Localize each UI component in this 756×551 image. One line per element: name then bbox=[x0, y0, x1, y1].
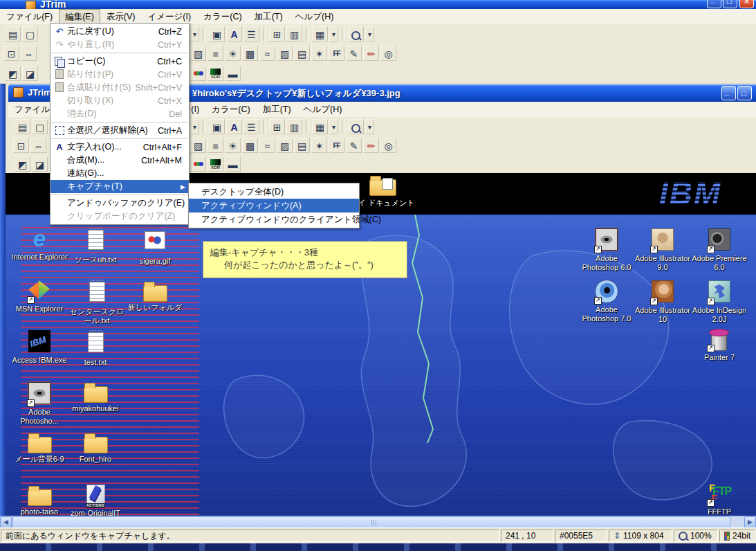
gradient-dark-icon[interactable]: ◪ bbox=[22, 66, 38, 81]
crop-icon[interactable]: ⊡ bbox=[13, 138, 29, 153]
menu-item-text-insert[interactable]: A 文字入れ(O)...Ctrl+Alt+F bbox=[50, 141, 189, 154]
menu-help[interactable]: ヘルプ(H) bbox=[289, 9, 340, 25]
filmstrip-icon[interactable]: ▥ bbox=[286, 119, 302, 134]
crop-icon[interactable]: ⊡ bbox=[3, 46, 19, 61]
menu-item-composite[interactable]: 合成(M)...Ctrl+Alt+M bbox=[50, 154, 189, 167]
desktop-icon-source-uh-txt[interactable]: ソースuh.txt bbox=[66, 227, 125, 264]
window2-maximize-button[interactable] bbox=[737, 86, 752, 100]
sunburst-icon[interactable]: ☀ bbox=[225, 46, 241, 61]
image-effect-icon[interactable]: ▧ bbox=[190, 46, 206, 61]
text-tool-icon[interactable]: A bbox=[226, 119, 242, 134]
desktop-icon-indesign2[interactable]: Adobe InDesign 2.0J bbox=[690, 279, 748, 324]
desktop-icon-photoshop7[interactable]: Adobe Photoshop 7.0 bbox=[578, 279, 636, 323]
wave-icon[interactable]: ≈ bbox=[259, 138, 275, 153]
frame-icon[interactable]: FF bbox=[329, 46, 344, 61]
frame-icon[interactable]: FF bbox=[329, 138, 344, 153]
spiral-icon[interactable]: ◎ bbox=[380, 46, 396, 61]
desktop-icon-adobe-photoshop-shortcut[interactable]: Adobe Photosho... bbox=[10, 380, 68, 426]
menu-process[interactable]: 加工(T) bbox=[257, 102, 297, 118]
horizontal-scroll-thumb[interactable] bbox=[12, 516, 730, 528]
desktop-icon-msn-explorer[interactable]: MSN Explorer bbox=[10, 279, 68, 314]
menu-item-paste[interactable]: 貼り付け(P)Ctrl+V bbox=[50, 68, 189, 81]
gradient-bar-icon[interactable]: ▬ bbox=[225, 156, 241, 172]
desktop-icon-new-folder[interactable]: 新しいフォルダ bbox=[126, 279, 184, 312]
palette-icon[interactable]: ▦ bbox=[312, 26, 328, 42]
palette-icon[interactable]: ▦ bbox=[312, 119, 328, 134]
brick-icon[interactable]: ▤ bbox=[294, 138, 310, 153]
filmstrip-icon[interactable]: ▥ bbox=[286, 26, 302, 42]
new-window-icon[interactable]: ▤ bbox=[5, 26, 21, 42]
palette-dropdown-icon[interactable]: ▾ bbox=[329, 119, 338, 134]
submenu-item-entire-desktop[interactable]: デスクトップ全体(D) bbox=[189, 185, 359, 199]
wave-icon[interactable]: ≈ bbox=[259, 46, 275, 61]
menu-item-paste-composite[interactable]: 合成貼り付け(S)Shift+Ctrl+V bbox=[50, 81, 189, 94]
dither-icon[interactable]: ▩ bbox=[242, 138, 258, 153]
starburst-icon[interactable]: ✶ bbox=[311, 46, 327, 61]
desktop-icon-painter7[interactable]: Painter 7 bbox=[690, 327, 748, 362]
dropdown-arrow-icon[interactable]: ▾ bbox=[190, 26, 199, 42]
menu-item-select-all[interactable]: 全選択／選択解除(A)Ctrl+A bbox=[50, 124, 189, 137]
menu-item-undo[interactable]: ↶ 元に戻す(U)Ctrl+Z bbox=[50, 25, 189, 38]
resize-icon[interactable]: ⇔ bbox=[30, 138, 46, 153]
gradient-light-icon[interactable]: ◩ bbox=[15, 156, 30, 172]
spiral-icon[interactable]: ◎ bbox=[380, 138, 396, 153]
desktop-icon-test-txt[interactable]: test.txt bbox=[66, 329, 125, 367]
scroll-right-arrow-icon[interactable]: ▶ bbox=[744, 516, 756, 528]
menu-item-cut[interactable]: 切り取り(X)Ctrl+X bbox=[50, 94, 189, 107]
menu-item-copy[interactable]: コピー(C)Ctrl+C bbox=[50, 55, 189, 68]
blur-tool-icon[interactable]: ☰ bbox=[243, 119, 259, 134]
rgb-adjust-icon[interactable] bbox=[190, 156, 206, 172]
menu-process[interactable]: 加工(T) bbox=[248, 9, 289, 25]
gradient-bar-icon[interactable]: ▬ bbox=[225, 66, 241, 81]
menu-color[interactable]: カラー(C) bbox=[197, 9, 248, 25]
color-pen-icon[interactable]: ✏ bbox=[363, 138, 379, 153]
menu-item-clear-clipboard[interactable]: クリップボードのクリア(Z) bbox=[50, 210, 189, 223]
sunburst-icon[interactable]: ☀ bbox=[225, 138, 241, 153]
desktop-icon-zom-originalit[interactable]: ACTIONS zom-OriginalIT bbox=[66, 483, 125, 518]
pencil-icon[interactable]: ✎ bbox=[346, 46, 362, 61]
xor-icon[interactable]: XOR bbox=[208, 66, 223, 81]
mosaic-icon[interactable]: ▨ bbox=[277, 138, 293, 153]
desktop-icon-illustrator10[interactable]: Adobe Illustrator 10 bbox=[634, 279, 692, 324]
text-tool-icon[interactable]: A bbox=[226, 26, 242, 42]
select-all-icon[interactable]: ▣ bbox=[209, 119, 225, 134]
desktop-icon-photo-taiso[interactable]: photo-taiso bbox=[10, 483, 68, 516]
desktop-icon-fftp[interactable]: FFTPF FFFTP bbox=[690, 482, 748, 516]
pencil-icon[interactable]: ✎ bbox=[346, 138, 362, 153]
palette-dropdown-icon[interactable]: ▾ bbox=[329, 26, 338, 42]
tile-view-icon[interactable]: ⊞ bbox=[269, 119, 285, 134]
desktop-icon-miyakohuukei[interactable]: miyakohuukei bbox=[66, 380, 125, 413]
rgb-adjust-icon[interactable] bbox=[190, 66, 206, 81]
desktop-icon-mail-bg[interactable]: メール背景6-9 bbox=[10, 431, 68, 464]
scroll-left-arrow-icon[interactable]: ◀ bbox=[0, 516, 12, 528]
menu-item-concatenate[interactable]: 連結(G)... bbox=[50, 167, 189, 180]
menu-item-redo[interactable]: ↷ やり直し(R)Ctrl+Y bbox=[50, 38, 189, 51]
desktop-icon-sigera-gif[interactable]: sigera.gif bbox=[126, 227, 184, 266]
menu-help[interactable]: ヘルプ(H) bbox=[297, 102, 349, 118]
desktop-icon-center-scroll-txt[interactable]: センタースクロール.txt bbox=[66, 279, 127, 325]
zoom-dropdown-icon[interactable]: ▾ bbox=[365, 26, 374, 42]
dither-icon[interactable]: ▩ bbox=[242, 46, 258, 61]
tile-view-icon[interactable]: ⊞ bbox=[269, 26, 285, 42]
desktop-icon-photoshop6[interactable]: Adobe Photoshop 6.0 bbox=[578, 227, 636, 272]
xor-icon[interactable]: XOR bbox=[208, 156, 223, 172]
menu-item-delete[interactable]: 消去(D)Del bbox=[50, 107, 189, 120]
relief-icon[interactable]: ■ bbox=[208, 46, 223, 61]
mosaic-icon[interactable]: ▨ bbox=[277, 46, 293, 61]
resize-icon[interactable]: ⇔ bbox=[21, 46, 37, 61]
select-all-icon[interactable]: ▣ bbox=[209, 26, 225, 42]
horizontal-scrollbar[interactable]: ◀ ▶ bbox=[0, 516, 756, 528]
color-pen-icon[interactable]: ✏ bbox=[363, 46, 379, 61]
gradient-light-icon[interactable]: ◩ bbox=[5, 66, 21, 81]
new-window-icon[interactable]: ▤ bbox=[15, 119, 30, 134]
blur-tool-icon[interactable]: ☰ bbox=[243, 26, 259, 42]
desktop-icon-access-ibm[interactable]: IBM Access IBM.exe bbox=[10, 329, 68, 365]
relief-icon[interactable]: ■ bbox=[208, 138, 223, 153]
submenu-item-active-window[interactable]: アクティブウィンドウ(A) bbox=[189, 199, 359, 213]
menu-color[interactable]: カラー(C) bbox=[205, 102, 256, 118]
window1-minimize-button[interactable] bbox=[707, 0, 721, 8]
dropdown-arrow-icon[interactable]: ▾ bbox=[190, 119, 199, 134]
zoom-dropdown-icon[interactable]: ▾ bbox=[365, 119, 374, 134]
starburst-icon[interactable]: ✶ bbox=[311, 138, 327, 153]
desktop-icon-illustrator9[interactable]: Adobe Illustrator 9.0 bbox=[634, 227, 692, 272]
